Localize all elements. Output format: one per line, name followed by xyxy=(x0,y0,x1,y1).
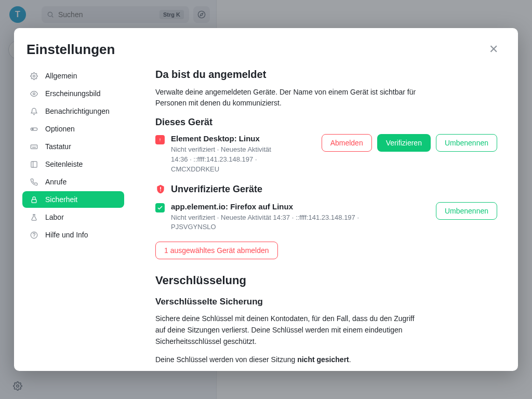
columns-icon xyxy=(30,160,38,168)
backup-status-prefix: Deine Schlüssel werden von dieser Sitzun… xyxy=(155,355,297,364)
sidebar-item-label: Tastatur xyxy=(45,142,71,151)
sidebar-item-label: Erscheinungsbild xyxy=(45,89,101,98)
sidebar-item-seitenleiste[interactable]: Seitenleiste xyxy=(22,156,124,172)
sidebar-item-tastatur[interactable]: Tastatur xyxy=(22,138,124,155)
sessions-desc: Verwalte deine angemeldeten Geräte. Der … xyxy=(155,87,425,109)
sidebar-item-benachrichtigungen[interactable]: Benachrichtigungen xyxy=(22,103,124,119)
sidebar-item-optionen[interactable]: Optionen xyxy=(22,121,124,137)
help-icon xyxy=(30,231,38,239)
this-device-title: Dieses Gerät xyxy=(155,117,497,128)
sidebar-item-label: Optionen xyxy=(45,125,75,133)
sidebar-item-label: Seitenleiste xyxy=(45,160,83,168)
svg-rect-18 xyxy=(32,199,36,202)
toggle-icon xyxy=(30,125,38,133)
svg-rect-10 xyxy=(31,144,37,149)
encryption-title: Verschlüsselung xyxy=(155,274,497,287)
gear-icon xyxy=(30,72,38,80)
device-checkbox[interactable] xyxy=(155,203,165,212)
phone-icon xyxy=(30,178,38,186)
settings-sidebar: AllgemeinErscheinungsbildBenachrichtigun… xyxy=(22,68,130,371)
sign-out-button[interactable]: Abmelden xyxy=(322,134,372,152)
device-name: app.element.io: Firefox auf Linux xyxy=(171,202,389,211)
svg-rect-21 xyxy=(160,139,161,140)
shield-warn-icon xyxy=(155,184,166,194)
device-meta: Nicht verifiziert · Neueste Aktivität 14… xyxy=(171,145,275,175)
svg-rect-16 xyxy=(31,161,36,167)
lock-icon xyxy=(30,195,38,204)
shield-warn-icon xyxy=(155,135,165,144)
sidebar-item-label: Anrufe xyxy=(45,178,66,186)
bell-icon xyxy=(30,107,38,115)
backup-status-strong: nicht gesichert xyxy=(297,355,349,364)
verify-button[interactable]: Verifizieren xyxy=(377,134,431,152)
modal-title: Einstellungen xyxy=(26,42,115,58)
sidebar-item-allgemein[interactable]: Allgemein xyxy=(22,68,124,84)
svg-point-9 xyxy=(32,128,33,130)
sidebar-item-sicherheit[interactable]: Sicherheit xyxy=(22,191,124,208)
this-device-row: Element Desktop: Linux Nicht verifiziert… xyxy=(155,134,497,175)
close-button[interactable]: ✕ xyxy=(486,41,501,58)
settings-modal: Einstellungen ✕ AllgemeinErscheinungsbil… xyxy=(14,28,518,371)
svg-rect-23 xyxy=(160,187,161,190)
svg-point-7 xyxy=(33,92,35,95)
device-name: Element Desktop: Linux xyxy=(171,134,275,143)
sidebar-item-label: Hilfe und Info xyxy=(45,231,88,239)
modal-backdrop: Einstellungen ✕ AllgemeinErscheinungsbil… xyxy=(0,0,532,399)
sidebar-item-label: Labor xyxy=(45,213,64,221)
sidebar-item-hilfe-und-info[interactable]: Hilfe und Info xyxy=(22,227,124,243)
bulk-sign-out-button[interactable]: 1 ausgewähltes Gerät abmelden xyxy=(155,242,278,259)
sidebar-item-label: Benachrichtigungen xyxy=(45,107,110,115)
backup-status: Deine Schlüssel werden von dieser Sitzun… xyxy=(155,354,425,366)
secure-backup-desc: Sichere deine Schlüssel mit deinen Konto… xyxy=(155,313,425,347)
sidebar-item-label: Sicherheit xyxy=(45,195,77,204)
other-device-row: app.element.io: Firefox auf Linux Nicht … xyxy=(155,202,497,233)
backup-status-suffix: . xyxy=(349,355,351,364)
rename-button[interactable]: Umbenennen xyxy=(436,202,497,220)
close-icon: ✕ xyxy=(489,43,498,56)
rename-button[interactable]: Umbenennen xyxy=(436,134,497,152)
sidebar-item-labor[interactable]: Labor xyxy=(22,209,124,225)
eye-icon xyxy=(30,89,38,98)
svg-rect-24 xyxy=(160,191,161,192)
keyboard-icon xyxy=(30,142,38,151)
unverified-devices-title: Unverifizierte Geräte xyxy=(171,184,262,195)
settings-content: Da bist du angemeldet Verwalte deine ang… xyxy=(130,68,514,371)
sidebar-item-anrufe[interactable]: Anrufe xyxy=(22,174,124,190)
sidebar-item-erscheinungsbild[interactable]: Erscheinungsbild xyxy=(22,85,124,102)
sessions-title: Da bist du angemeldet xyxy=(155,69,497,81)
svg-rect-22 xyxy=(160,141,161,141)
device-meta: Nicht verifiziert · Neueste Aktivität 14… xyxy=(171,213,389,233)
svg-point-6 xyxy=(33,75,35,77)
flask-icon xyxy=(30,213,38,221)
secure-backup-title: Verschlüsselte Sicherung xyxy=(155,297,497,307)
sidebar-item-label: Allgemein xyxy=(45,72,77,80)
